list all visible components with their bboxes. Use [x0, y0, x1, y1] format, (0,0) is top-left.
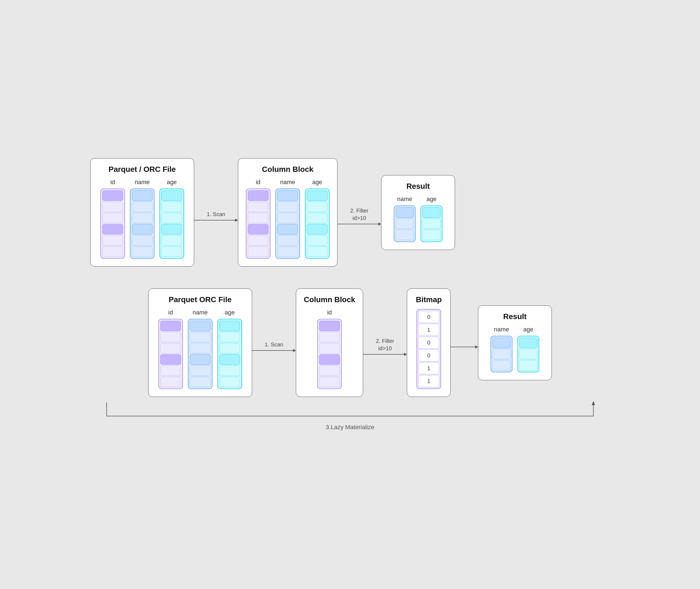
cell	[307, 224, 327, 234]
cell	[422, 230, 440, 240]
parquet-orc-title: Parquet / ORC File	[109, 165, 176, 174]
cb-name-block-r1	[275, 189, 300, 259]
colblock-title-r1: Column Block	[262, 165, 313, 174]
cb-id-group-r1: id	[246, 179, 270, 259]
bitmap-cell-5: 1	[418, 375, 439, 387]
cell	[160, 377, 181, 387]
cell	[396, 230, 414, 240]
cell	[161, 213, 182, 223]
cell	[190, 321, 211, 331]
filter-label-r1: 2. Filter	[350, 208, 369, 214]
cell	[248, 246, 269, 257]
bitmap-cell-3: 0	[418, 349, 439, 361]
res-name-group-r2: name	[491, 326, 513, 372]
cell	[248, 235, 269, 246]
cell	[319, 343, 340, 354]
cell	[161, 202, 182, 212]
scan-arrow-line-r2	[252, 349, 296, 352]
filter-arrow-line-r1	[337, 222, 381, 226]
svg-marker-3	[592, 401, 595, 405]
cell	[319, 354, 340, 365]
bitmap-cell-1: 1	[418, 324, 439, 336]
row1: Parquet / ORC File id name	[90, 158, 610, 267]
cell	[319, 377, 340, 387]
parquet-name-block	[130, 189, 154, 259]
cell	[307, 246, 327, 257]
parquet-name-label-r2: name	[192, 309, 207, 316]
cell	[493, 360, 511, 370]
cell	[161, 224, 182, 234]
parquet-id-group: id	[100, 179, 125, 259]
res-name-block-r2	[491, 336, 513, 372]
colblock-columns-r2: id	[317, 309, 342, 389]
filter-cond-r2: id>10	[378, 345, 392, 352]
cb-id-label-r2: id	[327, 309, 332, 316]
cell	[277, 235, 298, 246]
scan-head-r2	[293, 349, 296, 352]
cell	[307, 190, 327, 201]
result-columns-r1: name age	[394, 196, 442, 242]
row2: Parquet ORC File id	[148, 288, 552, 397]
cell	[161, 190, 182, 201]
cell	[160, 321, 181, 331]
cell	[319, 332, 340, 342]
parquet-age-block-r2	[218, 319, 242, 389]
cell	[277, 246, 298, 257]
colblock-panel-r1: Column Block id name	[238, 158, 337, 267]
bitmap-title-r2: Bitmap	[416, 295, 442, 304]
cell	[277, 190, 298, 201]
cell	[307, 213, 327, 223]
parquet-orc-panel: Parquet / ORC File id name	[90, 158, 194, 267]
cell	[422, 207, 440, 218]
cell	[190, 354, 211, 365]
cb-id-block-r2	[317, 319, 342, 389]
cb-id-block-r1	[246, 189, 270, 259]
parquet-name-label: name	[135, 179, 150, 186]
cell	[519, 349, 537, 359]
cb-id-group-r2: id	[317, 309, 342, 389]
cell	[422, 219, 440, 229]
colblock-panel-r2: Column Block id	[296, 288, 363, 397]
cb-age-block-r1	[305, 189, 329, 259]
cell	[219, 321, 240, 331]
cell	[219, 332, 240, 342]
cell	[102, 202, 123, 212]
filter-line-r2	[363, 354, 404, 355]
scan-label-r2: 1. Scan	[265, 342, 283, 348]
res-age-label-r1: age	[427, 196, 437, 203]
cell	[248, 213, 269, 223]
cell	[132, 224, 153, 234]
bitmap-cell-4: 1	[418, 362, 439, 374]
cell	[493, 338, 511, 348]
cell	[102, 246, 123, 257]
parquet-age-block	[159, 189, 184, 259]
parquet-age-label: age	[167, 179, 177, 186]
result-title-r2: Result	[503, 312, 527, 321]
cb-age-label-r1: age	[312, 179, 322, 186]
cell	[102, 190, 123, 201]
parquet-age-group-r2: age	[218, 309, 242, 389]
bitmap-panel-r2: Bitmap 0 1 0 0 1 1	[407, 288, 451, 397]
bitmap-cell-2: 0	[418, 337, 439, 349]
cell	[219, 354, 240, 365]
cell	[319, 321, 340, 331]
scan-head-r1	[235, 219, 238, 222]
parquet-age-label-r2: age	[225, 309, 235, 316]
parquet-orc-columns: id name	[100, 179, 184, 259]
scan-arrow-r1: 1. Scan	[194, 203, 238, 222]
scan-arrow-r2: 1. Scan	[252, 333, 296, 352]
parquet-orc-columns-r2: id name	[158, 309, 242, 389]
cell	[102, 224, 123, 234]
parquet-id-label-r2: id	[168, 309, 173, 316]
cell	[219, 377, 240, 387]
filter-arrow-r1: 2. Filter id>10	[337, 199, 381, 226]
cell	[161, 246, 182, 257]
cell	[102, 235, 123, 246]
cell	[248, 190, 269, 201]
cell	[102, 213, 123, 223]
result-arrow-line-r2	[451, 345, 478, 349]
res-age-group-r1: age	[421, 196, 442, 242]
lazy-materialize-arrow	[90, 400, 610, 421]
result-arrow-r2	[451, 337, 478, 349]
colblock-title-r2: Column Block	[304, 295, 355, 304]
